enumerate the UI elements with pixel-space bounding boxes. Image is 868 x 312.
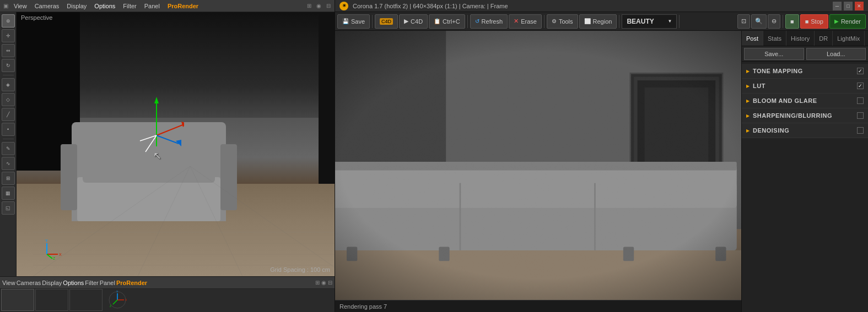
- region-button[interactable]: ⬜ Region: [579, 14, 617, 29]
- zoom-in-button[interactable]: 🔍: [751, 14, 767, 29]
- viewport-perspective-label: Perspective: [21, 14, 52, 21]
- zoom-out-button[interactable]: ⊖: [768, 14, 780, 29]
- tool-texture[interactable]: ▦: [2, 187, 15, 200]
- viewport-icon-3[interactable]: ⊟: [325, 3, 332, 9]
- menu-cameras[interactable]: Cameras: [31, 2, 63, 10]
- c4d-logo-icon: ▣: [2, 3, 9, 9]
- render-button[interactable]: ▶ Render: [829, 14, 866, 29]
- settings-tabs: Post Stats History DR LightMix: [742, 31, 868, 46]
- stop-button[interactable]: ■ Stop: [800, 14, 828, 29]
- tool-object[interactable]: ◈: [2, 78, 15, 91]
- menu-prorender-b[interactable]: ProRender: [116, 280, 147, 286]
- left-panel: ▣ View Cameras Display Options Filter Pa…: [0, 0, 335, 312]
- svg-marker-3: [181, 122, 184, 127]
- tab-dr[interactable]: DR: [815, 31, 833, 46]
- region-icon: ⬜: [584, 18, 591, 24]
- denoising-header[interactable]: ▶ DENOISING: [742, 123, 868, 138]
- beauty-label: BEAUTY: [627, 18, 654, 25]
- menu-display[interactable]: Display: [63, 2, 90, 10]
- tone-mapping-header[interactable]: ▶ TONE MAPPING ✓: [742, 64, 868, 78]
- send-to-c4d-button[interactable]: ▶ C4D: [399, 14, 428, 29]
- c4d-icon: C4D: [380, 18, 393, 25]
- bloom-glare-arrow: ▶: [746, 98, 750, 103]
- menu-filter[interactable]: Filter: [120, 2, 139, 10]
- menu-panel[interactable]: Panel: [141, 2, 163, 10]
- tool-paint[interactable]: ✎: [2, 142, 15, 155]
- tool-deform[interactable]: ⊞: [2, 172, 15, 185]
- tool-uv[interactable]: ◱: [2, 201, 15, 215]
- separator-6: [783, 15, 783, 28]
- viewport-icon-b1[interactable]: ⊞: [315, 280, 320, 286]
- refresh-button[interactable]: ↺ Refresh: [470, 14, 508, 29]
- tool-edge[interactable]: ╱: [2, 108, 15, 121]
- tab-post[interactable]: Post: [742, 31, 763, 46]
- lut-header[interactable]: ▶ LUT ✓: [742, 79, 868, 93]
- tools-button[interactable]: ⚙ Tools: [547, 14, 578, 29]
- save-preset-button[interactable]: Save...: [744, 48, 804, 60]
- c4d-button[interactable]: C4D: [375, 14, 398, 29]
- tool-rotate[interactable]: ↻: [2, 59, 15, 72]
- zoom-fit-button[interactable]: ⊡: [737, 14, 750, 29]
- corona-icon: ☀: [339, 2, 348, 10]
- viewport-icon-1[interactable]: ⊞: [305, 3, 313, 9]
- zoom-out-icon: ⊖: [772, 18, 777, 25]
- tool-move[interactable]: ✛: [2, 29, 15, 42]
- zoom-fit-icon: ⊡: [741, 18, 746, 25]
- save-icon: 💾: [342, 18, 349, 24]
- erase-button[interactable]: ✕ Erase: [509, 14, 542, 29]
- save-button[interactable]: 💾 Save: [337, 14, 370, 29]
- tool-point[interactable]: •: [2, 123, 15, 136]
- tab-history[interactable]: History: [786, 31, 815, 46]
- tab-stats[interactable]: Stats: [763, 31, 786, 46]
- maximize-button[interactable]: □: [844, 2, 853, 10]
- sharpening-check[interactable]: [857, 112, 864, 119]
- menu-cameras-b[interactable]: Cameras: [17, 280, 41, 286]
- menu-options-b[interactable]: Options: [63, 280, 84, 286]
- bloom-glare-header[interactable]: ▶ BLOOM AND GLARE: [742, 94, 868, 108]
- toolbar-divider: [3, 75, 14, 75]
- menu-panel-b[interactable]: Panel: [100, 280, 115, 286]
- tone-mapping-check[interactable]: ✓: [857, 68, 864, 74]
- viewport-bottom: View Cameras Display Options Filter Pane…: [0, 276, 335, 312]
- beauty-dropdown[interactable]: BEAUTY ▼: [622, 14, 677, 29]
- bloom-glare-check[interactable]: [857, 97, 864, 104]
- viewport-icon-b2[interactable]: ◉: [321, 280, 326, 286]
- svg-line-4: [157, 135, 179, 144]
- c4d-menubar-top: ▣ View Cameras Display Options Filter Pa…: [0, 0, 335, 12]
- separator-2: [467, 15, 468, 28]
- load-preset-button[interactable]: Load...: [806, 48, 866, 60]
- menu-filter-b[interactable]: Filter: [85, 280, 98, 286]
- transform-gizmo: [129, 91, 184, 157]
- svg-line-26: [113, 300, 117, 304]
- menu-view-b[interactable]: View: [2, 280, 15, 286]
- copy-button[interactable]: 📋 Ctrl+C: [429, 14, 465, 29]
- separator-4: [619, 15, 619, 28]
- corona-toolbar: 💾 Save C4D ▶ C4D 📋 Ctrl+C ↺ Refresh ✕ Er…: [335, 12, 868, 31]
- menu-options[interactable]: Options: [91, 2, 118, 10]
- dropdown-arrow: ▼: [668, 19, 672, 24]
- viewport-icon-b3[interactable]: ⊟: [328, 280, 332, 286]
- svg-text:X: X: [125, 298, 127, 302]
- tool-scale[interactable]: ⇔: [2, 44, 15, 57]
- menu-prorender[interactable]: ProRender: [164, 2, 202, 10]
- menu-display-b[interactable]: Display: [42, 280, 62, 286]
- close-button[interactable]: ✕: [855, 2, 864, 10]
- denoising-check[interactable]: [857, 127, 864, 134]
- viewport-icon-2[interactable]: ◉: [315, 3, 323, 9]
- menu-view[interactable]: View: [10, 2, 30, 10]
- c4d-menubar-bottom: View Cameras Display Options Filter Pane…: [0, 277, 335, 289]
- tool-polygon[interactable]: ◇: [2, 93, 15, 106]
- viewport-main: Perspective: [17, 12, 335, 276]
- color-mode-button[interactable]: ■: [785, 14, 799, 29]
- zoom-in-icon: 🔍: [755, 18, 763, 25]
- lut-check[interactable]: ✓: [857, 83, 864, 89]
- color-mode-icon: ■: [790, 18, 794, 25]
- sharpening-header[interactable]: ▶ SHARPENING/BLURRING: [742, 108, 868, 123]
- tab-lightmix[interactable]: LightMix: [833, 31, 865, 46]
- minimize-button[interactable]: ─: [833, 2, 842, 10]
- separator-3: [544, 15, 544, 28]
- tool-spline[interactable]: ∿: [2, 157, 15, 170]
- tool-select[interactable]: ⊕: [2, 14, 15, 28]
- corona-titlebar: ☀ Corona 1.7 (hotfix 2) | 640×384px (1:1…: [335, 0, 868, 12]
- left-toolbar: ⊕ ✛ ⇔ ↻ ◈ ◇ ╱ • ✎ ∿ ⊞ ▦ ◱: [0, 12, 17, 276]
